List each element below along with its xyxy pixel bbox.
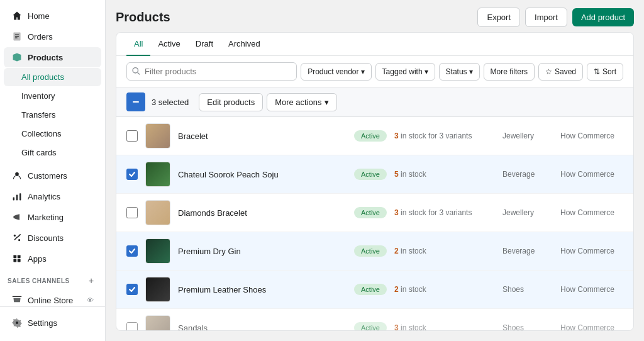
filter-bar: Product vendor ▾ Tagged with ▾ Status ▾ …	[116, 56, 633, 87]
select-all-checkbox[interactable]	[126, 92, 145, 111]
svg-rect-10	[13, 255, 16, 258]
vendor: How Commerce	[560, 131, 623, 140]
sidebar-item-all-products[interactable]: All products	[4, 68, 101, 86]
svg-rect-7	[19, 193, 21, 200]
product-thumbnail	[145, 162, 170, 187]
product-name[interactable]: Sandals	[178, 323, 347, 331]
sidebar-item-label: Orders	[28, 32, 53, 42]
customers-icon	[11, 170, 23, 181]
product-name[interactable]: Diamonds Bracelet	[178, 208, 347, 218]
sidebar-item-label: Apps	[28, 254, 47, 264]
tagged-with-filter[interactable]: Tagged with ▾	[375, 63, 435, 81]
table-row: Premium Dry Gin Active 2 in stock Bevera…	[116, 232, 633, 271]
import-button[interactable]: Import	[525, 8, 567, 27]
export-button[interactable]: Export	[477, 8, 520, 27]
product-name[interactable]: Premium Leather Shoes	[178, 285, 347, 294]
sidebar-item-gift-cards[interactable]: Gift cards	[4, 143, 101, 162]
stock-info: 3 in stock for 3 variants	[394, 208, 495, 217]
category: Beverage	[502, 247, 553, 255]
table-row: Premium Leather Shoes Active 2 in stock …	[116, 271, 633, 309]
row-checkbox[interactable]	[126, 322, 138, 330]
add-channel-button[interactable]: +	[85, 274, 97, 287]
row-checkbox-checked[interactable]	[126, 169, 138, 180]
product-thumbnail	[145, 123, 170, 148]
product-thumbnail	[145, 238, 170, 264]
sidebar-item-settings[interactable]: Settings	[4, 313, 101, 333]
table-row: Sandals Active 3 in stock Shoes How Comm…	[116, 309, 633, 330]
category: Shoes	[502, 323, 553, 330]
sidebar-item-inventory[interactable]: Inventory	[4, 87, 101, 105]
more-filters-button[interactable]: More filters	[484, 63, 535, 81]
sidebar-item-online-store[interactable]: Online Store 👁	[4, 290, 101, 306]
category: Shoes	[502, 285, 553, 294]
tab-draft[interactable]: Draft	[188, 33, 221, 56]
sidebar-item-customers[interactable]: Customers	[4, 165, 101, 186]
eye-icon: 👁	[87, 296, 94, 304]
sidebar-item-transfers[interactable]: Transfers	[4, 106, 101, 124]
sidebar-item-orders[interactable]: Orders	[4, 26, 101, 47]
sidebar-item-label: Collections	[21, 129, 62, 138]
product-name[interactable]: Bracelet	[178, 131, 347, 141]
tab-all[interactable]: All	[126, 33, 150, 56]
chevron-down-icon: ▾	[425, 67, 428, 76]
settings-icon	[11, 317, 23, 328]
product-list: Bracelet Active 3 in stock for 3 variant…	[116, 117, 633, 330]
product-vendor-filter[interactable]: Product vendor ▾	[301, 63, 371, 81]
sidebar-item-label: Customers	[28, 171, 67, 181]
table-row: Diamonds Bracelet Active 3 in stock for …	[116, 194, 633, 232]
discounts-icon	[11, 232, 23, 243]
stock-info: 5 in stock	[394, 170, 495, 179]
sort-icon: ⇅	[594, 67, 600, 76]
chevron-down-icon: ▾	[361, 67, 365, 76]
status-filter[interactable]: Status ▾	[439, 63, 480, 81]
sidebar-item-label: Analytics	[28, 192, 60, 201]
product-thumbnail	[145, 277, 170, 302]
svg-point-15	[133, 67, 138, 72]
stock-info: 3 in stock	[394, 323, 495, 330]
product-thumbnail	[145, 200, 170, 225]
table-row: Chateul Soorok Peach Soju Active 5 in st…	[116, 155, 633, 194]
search-input[interactable]	[126, 62, 297, 81]
sales-channels-label: SALES CHANNELS	[8, 277, 70, 284]
sidebar-item-marketing[interactable]: Marketing	[4, 207, 101, 227]
sidebar-item-home[interactable]: Home	[4, 6, 101, 26]
marketing-icon	[11, 211, 23, 223]
more-actions-button[interactable]: More actions ▾	[267, 93, 336, 111]
sidebar-item-apps[interactable]: Apps	[4, 249, 101, 269]
sidebar-item-analytics[interactable]: Analytics	[4, 186, 101, 206]
stock-info: 3 in stock for 3 variants	[394, 131, 495, 140]
sidebar-item-label: Marketing	[28, 213, 64, 222]
svg-rect-12	[13, 259, 16, 262]
tab-active[interactable]: Active	[150, 33, 187, 56]
product-name[interactable]: Premium Dry Gin	[178, 247, 347, 256]
tab-archived[interactable]: Archived	[221, 33, 268, 56]
saved-button[interactable]: ☆ Saved	[538, 63, 583, 81]
svg-rect-5	[13, 198, 14, 201]
row-checkbox-checked[interactable]	[126, 284, 138, 295]
stock-info: 2 in stock	[394, 285, 495, 294]
svg-rect-3	[15, 38, 18, 38]
sidebar-item-collections[interactable]: Collections	[4, 125, 101, 143]
row-checkbox-checked[interactable]	[126, 245, 138, 257]
row-checkbox[interactable]	[126, 130, 138, 142]
main-content: Products Export Import Add product All A…	[106, 0, 644, 341]
products-card: All Active Draft Archived Product vendor…	[116, 32, 634, 331]
sort-button[interactable]: ⇅ Sort	[587, 63, 623, 81]
product-name[interactable]: Chateul Soorok Peach Soju	[178, 170, 347, 179]
search-icon	[131, 66, 140, 77]
row-checkbox[interactable]	[126, 207, 138, 218]
status-badge: Active	[354, 130, 387, 142]
analytics-icon	[11, 191, 23, 202]
products-icon	[11, 52, 23, 63]
svg-rect-2	[15, 36, 19, 36]
sidebar-item-label: Settings	[28, 318, 57, 328]
sidebar-item-label: Transfers	[21, 110, 55, 120]
selection-bar: 3 selected Edit products More actions ▾	[116, 87, 633, 117]
sidebar-item-label: Home	[28, 11, 50, 21]
sidebar-item-products[interactable]: Products	[4, 47, 101, 67]
chevron-down-icon: ▾	[325, 98, 329, 107]
svg-rect-1	[15, 35, 19, 35]
edit-products-button[interactable]: Edit products	[199, 93, 263, 111]
add-product-button[interactable]: Add product	[572, 8, 634, 26]
sidebar-item-discounts[interactable]: Discounts	[4, 228, 101, 248]
